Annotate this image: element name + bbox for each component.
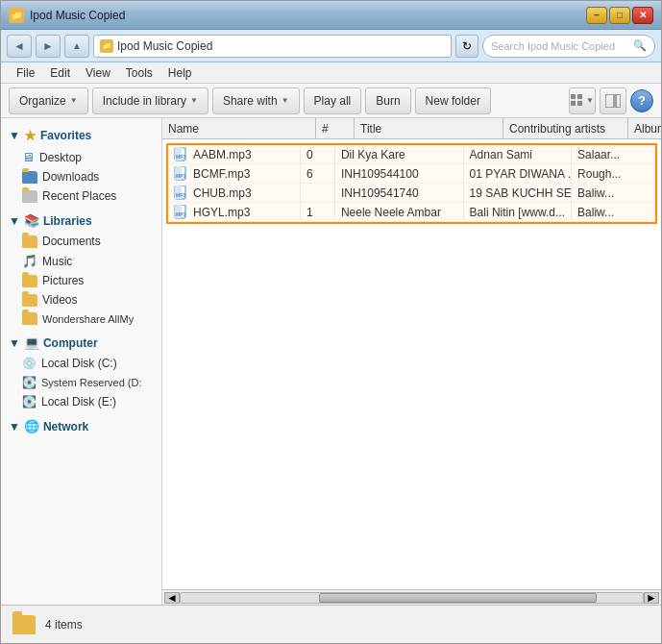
svg-text:MP3: MP3 <box>176 154 186 160</box>
share-with-button[interactable]: Share with ▼ <box>212 87 300 114</box>
horizontal-scrollbar[interactable] <box>180 592 644 604</box>
sidebar-item-pictures[interactable]: Pictures <box>1 271 161 290</box>
file-title-cell: INH109544100 <box>335 164 464 183</box>
include-arrow: ▼ <box>190 96 198 105</box>
table-row[interactable]: MP3 CHUB.mp3 INH109541740 19 SAB KUCHH S… <box>168 184 655 203</box>
menu-view[interactable]: View <box>78 64 118 82</box>
videos-folder-icon <box>22 294 37 307</box>
column-name-header[interactable]: Name <box>162 118 316 138</box>
file-artists-cell: 01 PYAR DIWANA ... <box>464 164 572 183</box>
file-selection-box: MP3 AABM.mp3 0 Dil Kya Kare Adnan Sami S… <box>166 143 657 224</box>
organize-arrow: ▼ <box>70 96 78 105</box>
sidebar-section-network: ▼ 🌐 Network <box>1 415 161 437</box>
window-title: Ipod Music Copied <box>30 9 125 22</box>
computer-icon: 💻 <box>24 335 39 350</box>
menu-tools[interactable]: Tools <box>118 64 160 82</box>
sidebar-item-documents[interactable]: Documents <box>1 232 161 251</box>
back-button[interactable]: ◄ <box>7 35 32 58</box>
file-title-cell: INH109541740 <box>335 184 464 202</box>
help-button[interactable]: ? <box>630 89 653 112</box>
file-artists-cell: 19 SAB KUCHH SE... <box>464 184 572 202</box>
svg-rect-5 <box>616 94 621 108</box>
file-album-cell: Baliw... <box>572 184 655 202</box>
sidebar-header-libraries[interactable]: ▼ 📚 Libraries <box>1 210 161 232</box>
menu-edit[interactable]: Edit <box>42 64 78 82</box>
pictures-folder-icon <box>22 275 37 287</box>
maximize-button[interactable]: □ <box>609 7 630 24</box>
sidebar-item-recent-places[interactable]: Recent Places <box>1 186 161 206</box>
sidebar-section-favorites: ▼ ★ Favorites 🖥 Desktop Downloads Recent… <box>1 124 161 206</box>
file-number-cell: 0 <box>301 145 335 163</box>
network-arrow: ▼ <box>9 420 20 433</box>
scroll-left-button[interactable]: ◄ <box>164 592 180 604</box>
documents-folder-icon <box>22 235 37 248</box>
new-folder-button[interactable]: New folder <box>415 87 491 114</box>
up-button[interactable]: ▲ <box>64 35 89 58</box>
minimize-button[interactable]: – <box>586 7 607 24</box>
column-number-header[interactable]: # <box>316 118 355 138</box>
svg-rect-2 <box>571 101 576 106</box>
include-in-library-button[interactable]: Include in library ▼ <box>92 87 208 114</box>
folder-icon-title: 📁 <box>9 8 24 23</box>
sidebar: ▼ ★ Favorites 🖥 Desktop Downloads Recent… <box>1 118 162 605</box>
sidebar-header-favorites[interactable]: ▼ ★ Favorites <box>1 124 161 147</box>
menu-help[interactable]: Help <box>160 64 200 82</box>
network-icon: 🌐 <box>24 419 39 433</box>
status-bar: 4 items <box>1 605 661 643</box>
svg-text:MP3: MP3 <box>176 211 186 217</box>
share-arrow: ▼ <box>282 96 289 105</box>
file-number-cell: 6 <box>301 164 335 183</box>
address-path-text: Ipod Music Copied <box>117 39 212 53</box>
svg-rect-3 <box>577 101 582 106</box>
scroll-right-button[interactable]: ► <box>644 592 659 604</box>
title-bar-buttons: – □ ✕ <box>586 7 653 24</box>
svg-rect-4 <box>605 94 614 108</box>
svg-rect-0 <box>571 94 576 99</box>
file-number-cell: 1 <box>301 203 335 221</box>
sidebar-item-desktop[interactable]: 🖥 Desktop <box>1 147 161 167</box>
svg-rect-1 <box>577 94 582 99</box>
search-box[interactable]: Search Ipod Music Copied 🔍 <box>482 35 655 58</box>
play-all-button[interactable]: Play all <box>304 87 362 114</box>
toolbar-right: ▼ ? <box>569 87 653 114</box>
scrollbar-thumb[interactable] <box>319 593 597 603</box>
forward-button[interactable]: ► <box>36 35 61 58</box>
burn-button[interactable]: Burn <box>365 87 410 114</box>
sidebar-header-network[interactable]: ▼ 🌐 Network <box>1 415 161 437</box>
table-row[interactable]: MP3 HGYL.mp3 1 Neele Neele Ambar Bali Ni… <box>168 203 655 222</box>
sidebar-item-wondershare[interactable]: Wondershare AllMy <box>1 310 161 328</box>
sidebar-item-downloads[interactable]: Downloads <box>1 167 161 186</box>
file-artists-cell: Adnan Sami <box>464 145 572 163</box>
table-row[interactable]: MP3 AABM.mp3 0 Dil Kya Kare Adnan Sami S… <box>168 145 655 164</box>
column-header-row: Name # Title Contributing artists Album <box>162 118 661 139</box>
drive-d-icon: 💽 <box>22 376 37 389</box>
file-album-cell: Salaar... <box>572 145 655 163</box>
table-row[interactable]: MP3 BCMF.mp3 6 INH109544100 01 PYAR DIWA… <box>168 164 655 184</box>
sidebar-header-computer[interactable]: ▼ 💻 Computer <box>1 332 161 354</box>
status-count: 4 items <box>45 618 83 632</box>
toolbar: Organize ▼ Include in library ▼ Share wi… <box>1 84 661 118</box>
refresh-button[interactable]: ↻ <box>455 35 478 58</box>
file-area: Name # Title Contributing artists Album <box>162 118 661 605</box>
view-options-button[interactable]: ▼ <box>569 87 596 114</box>
sidebar-item-system-reserved[interactable]: 💽 System Reserved (D: <box>1 373 161 392</box>
drive-c-icon: 💿 <box>22 357 37 370</box>
mp3-file-icon: MP3 <box>174 166 189 182</box>
preview-pane-button[interactable] <box>600 87 626 114</box>
sidebar-item-local-disk-c[interactable]: 💿 Local Disk (C:) <box>1 354 161 373</box>
file-list: MP3 AABM.mp3 0 Dil Kya Kare Adnan Sami S… <box>162 139 661 589</box>
sidebar-item-videos[interactable]: Videos <box>1 290 161 310</box>
organize-button[interactable]: Organize ▼ <box>9 87 88 114</box>
column-artists-header[interactable]: Contributing artists <box>503 118 628 138</box>
sidebar-item-music[interactable]: 🎵 Music <box>1 251 161 271</box>
title-bar-left: 📁 Ipod Music Copied <box>9 8 125 23</box>
address-path[interactable]: 📁 Ipod Music Copied <box>93 35 452 58</box>
music-icon: 🎵 <box>22 254 37 268</box>
column-title-header[interactable]: Title <box>355 118 503 138</box>
close-button[interactable]: ✕ <box>632 7 653 24</box>
file-artists-cell: Bali Nitin [www.d... <box>464 203 572 221</box>
column-album-header[interactable]: Album <box>628 118 661 138</box>
path-folder-icon: 📁 <box>100 39 113 53</box>
sidebar-item-local-disk-e[interactable]: 💽 Local Disk (E:) <box>1 392 161 411</box>
menu-file[interactable]: File <box>9 64 42 82</box>
